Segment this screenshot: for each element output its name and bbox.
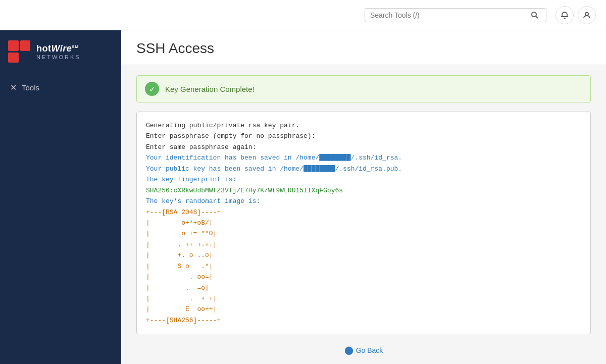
- svg-point-0: [532, 12, 536, 17]
- sidebar-item-label: Tools: [22, 83, 39, 92]
- svg-line-1: [536, 16, 538, 18]
- terminal-line: The key fingerprint is:: [146, 176, 236, 183]
- terminal-line: | o+*+oB/|: [146, 219, 213, 227]
- go-back-section: ⬤ Go Back: [136, 334, 591, 360]
- user-button[interactable]: [578, 6, 596, 24]
- terminal-line: Enter passphrase (empty for no passphras…: [146, 132, 315, 140]
- search-button[interactable]: [529, 11, 541, 19]
- terminal-line: Enter same passphrase again:: [146, 143, 256, 151]
- svg-point-2: [585, 12, 588, 15]
- logo-networks: NETWORKS: [36, 54, 81, 60]
- go-back-icon: ⬤: [344, 345, 354, 355]
- main-content: SSH Access ✓ Key Generation Complete! Ge…: [121, 30, 606, 364]
- tools-icon: ✕: [10, 83, 17, 92]
- terminal-line: | . ++ +.+.|: [146, 241, 217, 248]
- logo-text: hotWireSM NETWORKS: [36, 43, 81, 60]
- sidebar-logo: hotWireSM NETWORKS: [0, 30, 121, 73]
- logo-sq-1: [8, 40, 19, 51]
- sidebar-nav: ✕ Tools: [0, 73, 121, 102]
- terminal-line: | . oo=|: [146, 273, 213, 281]
- logo-sq-4: [20, 53, 31, 63]
- terminal-line: | E oo++|: [146, 305, 217, 313]
- terminal-line: Generating public/private rsa key pair.: [146, 122, 299, 129]
- success-text: Key Generation Complete!: [165, 85, 255, 93]
- page-title: SSH Access: [136, 40, 591, 57]
- logo-icon: [8, 40, 30, 63]
- layout: hotWireSM NETWORKS ✕ Tools SSH Access ✓ …: [0, 30, 606, 364]
- sidebar-item-tools[interactable]: ✕ Tools: [0, 78, 121, 97]
- terminal-line: +---[RSA 2048]----+: [146, 209, 221, 216]
- terminal-line: | . =o|: [146, 284, 209, 292]
- page-body: ✓ Key Generation Complete! Generating pu…: [121, 65, 606, 364]
- terminal-line: | S o .*|: [146, 263, 213, 270]
- success-icon: ✓: [145, 82, 159, 96]
- terminal-line: | . + +|: [146, 295, 217, 302]
- go-back-label: Go Back: [356, 346, 383, 354]
- terminal-line: | o += **O|: [146, 230, 217, 237]
- terminal-line: Your public key has been saved in /home/…: [146, 165, 402, 173]
- logo-sq-3: [8, 53, 19, 63]
- logo-sq-2: [20, 40, 31, 51]
- header: [0, 0, 606, 30]
- terminal-line: Your identification has been saved in /h…: [146, 154, 402, 162]
- terminal-line: | +. o ..o|: [146, 251, 213, 259]
- page-header: SSH Access: [121, 30, 606, 65]
- search-input[interactable]: [370, 11, 529, 19]
- terminal-line: SHA256:cXRkwUdbMWfZ3VTj/E7Hy7K/Wt9WLRU15…: [146, 187, 343, 194]
- logo-brand-name: hotWireSM: [36, 43, 81, 54]
- notifications-button[interactable]: [556, 6, 574, 24]
- terminal-line: The key's randomart image is:: [146, 197, 260, 205]
- terminal-line: +----[SHA256]-----+: [146, 317, 221, 324]
- success-banner: ✓ Key Generation Complete!: [136, 75, 591, 102]
- sidebar: hotWireSM NETWORKS ✕ Tools: [0, 30, 121, 364]
- search-wrapper: [365, 8, 546, 22]
- terminal-output: Generating public/private rsa key pair. …: [136, 112, 591, 334]
- go-back-link[interactable]: ⬤ Go Back: [344, 345, 383, 355]
